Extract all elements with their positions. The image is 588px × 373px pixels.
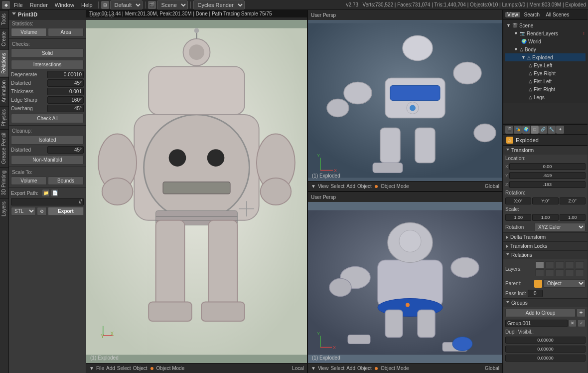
vtab-relations[interactable]: Relations <box>0 49 8 77</box>
pass-ind-value[interactable]: 0 <box>528 290 543 297</box>
new-group-btn[interactable]: + <box>577 308 586 317</box>
vptr-global[interactable]: Global <box>485 184 499 189</box>
area-btn[interactable]: Area <box>48 28 84 36</box>
rp-icon-scene[interactable]: 🎭 <box>514 126 522 134</box>
vtab-3dprinting[interactable]: 3D Printing <box>0 167 8 198</box>
outliner-world[interactable]: 🌍 World <box>505 37 586 45</box>
outliner-search-btn[interactable]: Search <box>522 12 542 17</box>
vtab-create[interactable]: Create <box>0 28 8 49</box>
distorted2-value[interactable]: 45° <box>47 146 84 154</box>
vptr-add[interactable]: Add <box>346 184 355 189</box>
vp-left-view-menu[interactable]: ▼ <box>89 366 94 371</box>
vpbr-icon[interactable]: ▼ <box>311 366 316 371</box>
rp-icon-particles[interactable]: ✦ <box>556 126 564 134</box>
renderer-select[interactable]: Cycles Render <box>193 0 245 9</box>
outliner-body[interactable]: ▼ △ Body <box>505 45 586 53</box>
vpbr-global[interactable]: Global <box>485 366 499 371</box>
print3d-header[interactable]: Print3D <box>9 10 86 19</box>
vtab-grease-pencil[interactable]: Grease Pencil <box>0 129 8 167</box>
group-remove-btn[interactable]: ✕ <box>569 319 577 327</box>
layer-3[interactable] <box>555 261 564 268</box>
rot-z-val[interactable]: Z:0° <box>560 197 586 204</box>
isolated-btn[interactable]: Isolated <box>11 135 84 145</box>
vptr-mode[interactable]: Object Mode <box>381 184 409 189</box>
menu-help[interactable]: Help <box>78 0 96 9</box>
outliner-exploded[interactable]: ▼ △ Exploded <box>505 53 586 61</box>
vp-left-menu-item[interactable]: File <box>96 366 104 371</box>
vtab-layers[interactable]: Layers <box>0 198 8 219</box>
transform-locks-header[interactable]: Transform Locks <box>503 242 588 250</box>
vtab-physics[interactable]: Physics <box>0 106 8 129</box>
viewport-top-right[interactable]: User Persp <box>308 10 502 192</box>
layout-icon[interactable]: ⊞ <box>101 1 109 9</box>
volume-btn[interactable]: Volume <box>11 28 47 36</box>
vptr-view[interactable]: View <box>318 184 329 189</box>
workspace-select[interactable]: Default <box>110 0 143 9</box>
viewport-left-canvas[interactable]: Y X (1) Exploded <box>86 20 307 363</box>
vp-left-object-item[interactable]: Object <box>133 366 147 371</box>
export-path-folder-icon[interactable]: 📁 <box>42 189 50 197</box>
dupli-val2[interactable]: 0.00000 <box>505 346 586 353</box>
non-manifold-btn[interactable]: Non-Manifold <box>11 155 84 165</box>
vtab-animation[interactable]: Animation <box>0 77 8 105</box>
scale-z-val[interactable]: 1.00 <box>560 214 586 221</box>
export-button[interactable]: Export <box>48 207 84 215</box>
loc-y-val[interactable]: .619 <box>509 172 586 179</box>
outliner-view-btn[interactable]: View <box>505 12 520 17</box>
vp-left-select-item[interactable]: Select <box>117 366 131 371</box>
delta-transform-header[interactable]: Delta Transform <box>503 233 588 241</box>
rot-y-val[interactable]: Y:0° <box>532 197 558 204</box>
outliner-fistleft[interactable]: △ Fist-Left <box>505 77 586 85</box>
outliner-eyeright[interactable]: △ Eye-Right <box>505 69 586 77</box>
layer-9[interactable] <box>565 269 574 276</box>
layer-4[interactable] <box>565 261 574 268</box>
rp-icon-constraint[interactable]: 🔗 <box>539 126 547 134</box>
object-name[interactable]: Exploded <box>516 137 539 143</box>
outliner-renderlayers[interactable]: ▼ 📷 RenderLayers ! <box>505 29 586 37</box>
add-to-group-btn[interactable]: Add to Group <box>505 309 576 317</box>
thickness-value[interactable]: 0.001 <box>47 88 84 95</box>
export-path-file-icon[interactable]: 📄 <box>51 189 59 197</box>
layer-1[interactable] <box>535 261 544 268</box>
export-settings-icon[interactable]: ⚙ <box>37 207 47 215</box>
group-check-btn[interactable]: ✓ <box>578 319 586 327</box>
layer-7[interactable] <box>545 269 554 276</box>
scale-bounds-btn[interactable]: Bounds <box>48 177 84 185</box>
format-select[interactable]: STL <box>11 207 36 215</box>
groups-section-header[interactable]: Groups <box>503 299 588 307</box>
vpbr-mode[interactable]: Object Mode <box>381 366 409 371</box>
layer-5[interactable] <box>575 261 584 268</box>
check-all-btn[interactable]: Check All <box>11 114 84 123</box>
layer-6[interactable] <box>535 269 544 276</box>
loc-x-val[interactable]: 0.00 <box>509 163 586 170</box>
layer-2[interactable] <box>545 261 554 268</box>
edge-sharp-value[interactable]: 160° <box>47 96 84 104</box>
dupli-val3[interactable]: 0.00000 <box>505 355 586 362</box>
vptr-select[interactable]: Select <box>330 184 344 189</box>
blender-logo[interactable]: ◆ <box>2 1 10 9</box>
viewport-bottom-right-canvas[interactable]: Y X (1) Exploded <box>308 202 502 363</box>
outliner-scene[interactable]: ▼ 🎬 Scene <box>505 21 586 29</box>
relations-section-header[interactable]: Relations <box>503 251 588 259</box>
vptr-icon[interactable]: ▼ <box>311 184 316 189</box>
viewport-top-right-canvas[interactable]: Y X (1) Exploded <box>308 20 502 181</box>
vp-left-add-item[interactable]: Add <box>106 366 115 371</box>
export-path-value[interactable]: // <box>11 198 84 205</box>
vpbr-view[interactable]: View <box>318 366 329 371</box>
layer-8[interactable] <box>555 269 564 276</box>
loc-z-val[interactable]: .193 <box>509 181 586 188</box>
rp-icon-world[interactable]: 🌍 <box>522 126 530 134</box>
outliner-legs[interactable]: △ Legs <box>505 93 586 101</box>
layer-10[interactable] <box>575 269 584 276</box>
scene-icon[interactable]: 🎬 <box>148 1 156 9</box>
scene-select[interactable]: Scene <box>157 0 188 9</box>
dupli-val1[interactable]: 0.00000 <box>505 337 586 344</box>
vptr-object[interactable]: Object <box>357 184 372 189</box>
vp-left-mode[interactable]: Object Mode <box>156 366 185 371</box>
scale-y-val[interactable]: 1.00 <box>532 214 558 221</box>
menu-file[interactable]: File <box>11 0 26 9</box>
menu-render[interactable]: Render <box>27 0 51 9</box>
transform-section-header[interactable]: Transform <box>503 146 588 155</box>
group-name-input[interactable]: Group.001 <box>505 320 568 327</box>
scale-volume-btn[interactable]: Volume <box>11 177 47 185</box>
